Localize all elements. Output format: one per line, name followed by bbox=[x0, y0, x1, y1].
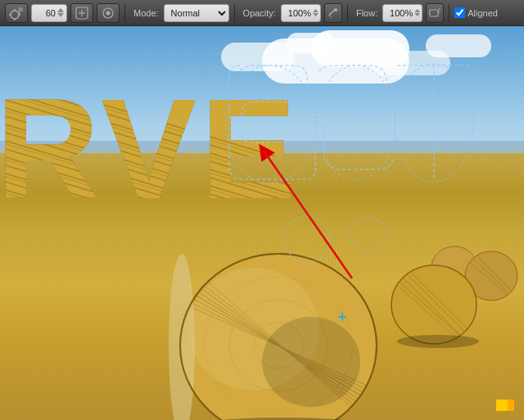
separator-4 bbox=[449, 4, 449, 22]
mode-select[interactable]: Normal Multiply Screen Overlay bbox=[164, 4, 229, 22]
airbrush-toggle[interactable] bbox=[324, 3, 342, 23]
size-down-arrow[interactable] bbox=[57, 13, 64, 17]
cloud-3 bbox=[221, 43, 295, 71]
size-up-arrow[interactable] bbox=[57, 8, 64, 12]
aligned-checkbox[interactable] bbox=[454, 7, 465, 18]
opacity-input[interactable] bbox=[283, 6, 313, 20]
flow-down-arrow[interactable] bbox=[414, 13, 420, 16]
separator-3 bbox=[347, 4, 348, 22]
toolbar: Mode: Normal Multiply Screen Overlay Opa… bbox=[0, 0, 524, 26]
tablet-pressure-button[interactable] bbox=[426, 3, 444, 23]
mode-label: Mode: bbox=[133, 8, 159, 18]
svg-point-12 bbox=[331, 16, 332, 18]
tool-preset-picker[interactable] bbox=[70, 3, 93, 23]
brush-size-control[interactable] bbox=[31, 4, 67, 22]
svg-rect-5 bbox=[18, 7, 23, 11]
svg-point-10 bbox=[334, 8, 337, 11]
svg-point-0 bbox=[11, 11, 19, 19]
separator-1 bbox=[124, 4, 125, 22]
flow-input[interactable] bbox=[385, 6, 414, 20]
cloud-6 bbox=[287, 33, 336, 53]
clone-stamp-tool-button[interactable] bbox=[5, 3, 28, 23]
opacity-up-arrow[interactable] bbox=[313, 9, 318, 12]
cloud-5 bbox=[426, 34, 491, 57]
svg-rect-19 bbox=[0, 153, 524, 420]
brush-options-button[interactable] bbox=[97, 3, 120, 23]
opacity-label: Opacity: bbox=[243, 8, 276, 18]
flow-control[interactable] bbox=[382, 4, 422, 22]
flow-up-arrow[interactable] bbox=[414, 9, 420, 12]
brush-size-input[interactable] bbox=[34, 6, 57, 20]
opacity-down-arrow[interactable] bbox=[313, 13, 318, 16]
aligned-label-text: Aligned bbox=[468, 8, 498, 18]
field-texture bbox=[0, 153, 524, 420]
opacity-control[interactable] bbox=[281, 4, 321, 22]
canvas-area[interactable]: RVE RVE bbox=[0, 26, 524, 420]
separator-2 bbox=[234, 4, 235, 22]
svg-line-14 bbox=[439, 8, 440, 9]
flow-label: Flow: bbox=[356, 8, 377, 18]
svg-point-11 bbox=[329, 16, 331, 17]
aligned-checkbox-label[interactable]: Aligned bbox=[454, 7, 498, 18]
svg-point-9 bbox=[106, 11, 111, 15]
svg-rect-13 bbox=[430, 10, 438, 16]
